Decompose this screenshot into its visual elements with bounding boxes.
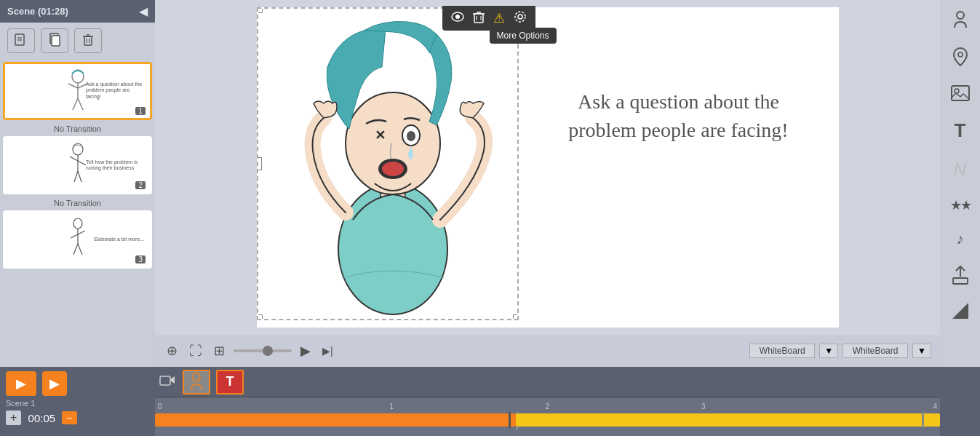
bg2-label: WhiteBoard xyxy=(842,344,908,358)
slide-text: Ask a question about the problem people … xyxy=(548,87,810,144)
ruler-mark-4: 4 xyxy=(781,403,937,411)
character-tool-btn[interactable] xyxy=(947,6,973,32)
right-sidebar: T N ★★ ♪ xyxy=(940,0,980,367)
title-tool-btn[interactable]: N xyxy=(951,156,969,183)
music-tool-btn[interactable]: ♪ xyxy=(954,228,967,250)
timeline-bar-character xyxy=(155,413,516,427)
bg1-arrow-btn[interactable]: ▼ xyxy=(819,344,838,358)
svg-line-15 xyxy=(78,98,83,110)
svg-point-48 xyxy=(955,89,959,93)
svg-point-42 xyxy=(407,131,415,141)
track-camera-btn[interactable] xyxy=(158,372,177,392)
svg-rect-4 xyxy=(52,36,60,46)
scene-thumb-char-3 xyxy=(57,216,97,263)
list-item: Tell how the problem is ruining their bu… xyxy=(3,136,152,194)
svg-point-35 xyxy=(518,15,522,19)
svg-rect-5 xyxy=(84,36,92,45)
transition-label-2[interactable]: No Transition xyxy=(3,196,152,210)
ruler-mark-1: 1 xyxy=(314,403,469,411)
bottom-track-area: T 0 1 2 3 4 xyxy=(155,367,940,436)
char-track-thumb[interactable] xyxy=(183,370,210,395)
play-preview-btn[interactable]: ▶ xyxy=(298,340,314,362)
grid-btn[interactable]: ⊞ xyxy=(211,340,228,362)
time-controls: + 00:05 − xyxy=(6,411,149,425)
crop-tool-btn[interactable] xyxy=(949,300,971,322)
resize-handle-l[interactable] xyxy=(257,157,262,170)
play-btn[interactable]: ▶ xyxy=(6,371,36,396)
svg-point-36 xyxy=(515,12,525,22)
expand-btn[interactable]: ⛶ xyxy=(186,341,205,362)
resize-handle-bl[interactable] xyxy=(257,314,263,320)
svg-line-25 xyxy=(78,231,85,234)
svg-rect-49 xyxy=(953,278,968,284)
trash-icon-btn[interactable] xyxy=(470,9,487,28)
zoom-track[interactable] xyxy=(234,349,292,352)
animation-tool-btn[interactable]: ★★ xyxy=(947,194,973,216)
warning-icon-btn[interactable]: ⚠ xyxy=(490,9,508,28)
list-item: Ask a question about the problem people … xyxy=(3,62,152,120)
svg-marker-50 xyxy=(952,303,968,319)
transition-label-1[interactable]: No Transition xyxy=(3,122,152,136)
track-header: T xyxy=(155,367,940,397)
scene-number-2: 2 xyxy=(135,181,146,189)
text-tool-btn[interactable]: T xyxy=(952,116,969,145)
play-next-scene-btn[interactable]: ▶ xyxy=(42,371,67,396)
text-track-thumb[interactable]: T xyxy=(216,370,244,395)
location-tool-btn[interactable] xyxy=(949,44,972,70)
scene-collapse-btn[interactable]: ◀ xyxy=(139,4,148,18)
canvas-main: ⚠ More Options xyxy=(155,0,940,335)
scene-label: Scene 1 xyxy=(6,399,35,408)
upload-tool-btn[interactable] xyxy=(949,262,972,288)
image-tool-btn[interactable] xyxy=(947,82,973,105)
ruler-mark-3: 3 xyxy=(626,403,781,411)
svg-point-53 xyxy=(193,373,200,381)
timeline-notch-1 xyxy=(509,412,511,428)
scene-number-3: 3 xyxy=(135,255,146,263)
delete-scene-btn[interactable] xyxy=(74,28,102,53)
decrease-time-btn[interactable]: − xyxy=(62,411,76,424)
playback-controls: ▶ ▶ xyxy=(6,371,149,396)
svg-line-26 xyxy=(73,244,78,255)
bg1-label: WhiteBoard xyxy=(749,344,815,358)
svg-point-44 xyxy=(382,162,404,176)
add-scene-btn[interactable]: + xyxy=(6,411,21,425)
eye-icon-btn[interactable] xyxy=(448,10,467,26)
svg-line-18 xyxy=(70,156,78,161)
scene-thumbnail-3[interactable]: Elaborate a bit more... 3 xyxy=(3,210,152,269)
target-btn[interactable]: ⊕ xyxy=(164,340,180,362)
svg-point-29 xyxy=(455,15,460,19)
svg-rect-51 xyxy=(160,376,170,385)
bottom-bar: ▶ ▶ Scene 1 + 00:05 − T xyxy=(0,367,980,436)
timeline-track[interactable] xyxy=(155,412,940,436)
character-container[interactable]: ✕ xyxy=(257,7,519,320)
scene-actions xyxy=(0,23,155,59)
svg-point-46 xyxy=(958,52,963,57)
scene-bg-selector: WhiteBoard ▼ WhiteBoard ▼ xyxy=(749,344,931,358)
scene-thumbnail-1[interactable]: Ask a question about the problem people … xyxy=(3,62,152,120)
scene-panel: Scene (01:28) ◀ xyxy=(0,0,155,367)
scene-thumbnail-2[interactable]: Tell how the problem is ruining their bu… xyxy=(3,136,152,194)
canvas-area: ⚠ More Options xyxy=(155,0,940,367)
duplicate-scene-btn[interactable] xyxy=(41,28,68,53)
timeline-bar-text xyxy=(516,413,940,427)
resize-handle-br[interactable] xyxy=(513,314,519,320)
scene-thumb-text-2: Tell how the problem is ruining their bu… xyxy=(86,159,144,172)
play-next-btn[interactable]: ▶| xyxy=(319,342,336,360)
ruler-mark-0: 0 xyxy=(158,403,314,411)
list-item: Elaborate a bit more... 3 xyxy=(3,210,152,269)
svg-line-19 xyxy=(78,161,86,165)
bottom-left: ▶ ▶ Scene 1 + 00:05 − xyxy=(0,367,155,436)
zoom-thumb[interactable] xyxy=(263,346,273,356)
resize-handle-tl[interactable] xyxy=(257,7,263,13)
character-svg: ✕ xyxy=(258,9,519,320)
bg2-arrow-btn[interactable]: ▼ xyxy=(912,344,931,358)
new-scene-btn[interactable] xyxy=(7,28,35,53)
svg-line-24 xyxy=(71,234,78,238)
svg-text:✕: ✕ xyxy=(375,128,386,143)
char-toolbar: ⚠ xyxy=(442,6,535,31)
scene-header: Scene (01:28) ◀ xyxy=(0,0,155,23)
svg-line-21 xyxy=(78,171,81,182)
settings-icon-btn[interactable] xyxy=(511,9,530,28)
svg-line-14 xyxy=(73,98,78,110)
zoom-slider xyxy=(234,349,292,352)
